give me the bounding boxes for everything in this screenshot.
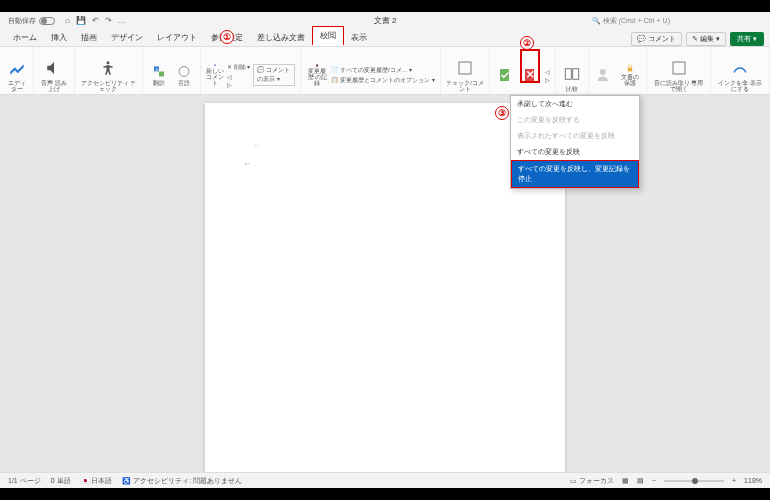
edit-button[interactable]: ✎ 編集 ▾ bbox=[686, 32, 726, 46]
titlebar: 自動保存 ⌂ 💾 ↶ ↷ … 文書 2 🔍 検索 (Cmd + Ctrl + U… bbox=[0, 12, 770, 29]
svg-rect-6 bbox=[566, 69, 572, 80]
autosave-toggle[interactable]: 自動保存 bbox=[8, 16, 55, 26]
accept-button[interactable] bbox=[495, 64, 517, 86]
show-comments-button[interactable]: 💬 コメントの表示 ▾ bbox=[253, 64, 295, 86]
accept-dropdown-menu: 承諾して次へ進む この変更を反映する 表示されたすべての変更を反映 すべての変更… bbox=[510, 95, 640, 189]
zoom-in[interactable]: + bbox=[732, 477, 736, 484]
page-count[interactable]: 1/1 ページ bbox=[8, 476, 41, 486]
search-box[interactable]: 🔍 検索 (Cmd + Ctrl + U) bbox=[592, 16, 670, 26]
statusbar: 1/1 ページ 0 単語 🇯🇵 日本語 ♿ アクセシビリティ: 問題ありません … bbox=[0, 472, 770, 488]
accept-next[interactable]: 承諾して次へ進む bbox=[511, 96, 639, 112]
save-icon[interactable]: 💾 bbox=[76, 16, 86, 25]
accessibility-button[interactable] bbox=[97, 57, 119, 79]
tab-home[interactable]: ホーム bbox=[6, 29, 44, 46]
zoom-slider[interactable] bbox=[664, 480, 724, 482]
svg-rect-10 bbox=[673, 62, 685, 74]
tab-design[interactable]: デザイン bbox=[104, 29, 150, 46]
redo-icon[interactable]: ↷ bbox=[105, 16, 112, 25]
ribbon-tabs: ホーム 挿入 描画 デザイン レイアウト 参照設定 差し込み文書 校閲 表示 💬… bbox=[0, 29, 770, 47]
accept-dropdown-highlight bbox=[520, 49, 540, 83]
markup-options[interactable]: 📋 変更履歴とコメントのオプション ▾ bbox=[331, 76, 434, 85]
accept-shown: 表示されたすべての変更を反映 bbox=[511, 128, 639, 144]
delete-comment[interactable]: ✕ 削除 ▾ bbox=[227, 63, 250, 72]
open-readonly-button[interactable] bbox=[668, 57, 690, 79]
editor-button[interactable] bbox=[6, 57, 28, 79]
zoom-level[interactable]: 118% bbox=[744, 477, 762, 484]
svg-rect-9 bbox=[628, 68, 632, 72]
prev-comment[interactable]: ◁ bbox=[227, 73, 250, 80]
callout-3: ③ bbox=[495, 106, 509, 120]
next-comment[interactable]: ▷ bbox=[227, 81, 250, 88]
focus-mode[interactable]: ▭ フォーカス bbox=[570, 476, 614, 486]
tab-mailings[interactable]: 差し込み文書 bbox=[250, 29, 312, 46]
svg-rect-7 bbox=[573, 69, 579, 80]
markup-display[interactable]: 📄 すべての変更履歴/コメ… ▾ bbox=[331, 66, 434, 75]
svg-point-4 bbox=[179, 66, 189, 76]
tab-view[interactable]: 表示 bbox=[344, 29, 374, 46]
autosave-label: 自動保存 bbox=[8, 16, 36, 26]
callout-1: ① bbox=[220, 30, 234, 44]
svg-point-0 bbox=[107, 61, 110, 64]
next-change[interactable]: ▷ bbox=[545, 76, 550, 83]
track-changes-button[interactable]: 変更履歴 の記録 bbox=[306, 64, 328, 86]
read-aloud-button[interactable] bbox=[43, 57, 65, 79]
quick-access-toolbar: ⌂ 💾 ↶ ↷ … bbox=[65, 16, 126, 25]
home-icon[interactable]: ⌂ bbox=[65, 16, 70, 25]
document-area: ¨ ⌐ ¬ bbox=[0, 95, 770, 472]
view-print[interactable]: ▦ bbox=[622, 477, 629, 485]
tab-draw[interactable]: 描画 bbox=[74, 29, 104, 46]
reviewing-pane-button[interactable] bbox=[454, 57, 476, 79]
callout-2: ② bbox=[520, 36, 534, 50]
accept-this: この変更を反映する bbox=[511, 112, 639, 128]
share-button[interactable]: 共有 ▾ bbox=[730, 32, 764, 46]
prev-change[interactable]: ◁ bbox=[545, 68, 550, 75]
toggle-switch[interactable] bbox=[39, 17, 55, 25]
comments-button[interactable]: 💬 コメント bbox=[631, 32, 682, 46]
view-web[interactable]: ▤ bbox=[637, 477, 644, 485]
hide-ink-button[interactable] bbox=[729, 57, 751, 79]
accept-all-stop[interactable]: すべての変更を反映し、変更記録を停止 bbox=[511, 160, 639, 188]
compare-button[interactable] bbox=[561, 63, 583, 85]
undo-icon[interactable]: ↶ bbox=[92, 16, 99, 25]
svg-rect-2 bbox=[159, 71, 164, 76]
tab-insert[interactable]: 挿入 bbox=[44, 29, 74, 46]
protect-button[interactable]: 文書の 保護 bbox=[619, 64, 641, 86]
tab-review[interactable]: 校閲 bbox=[312, 26, 344, 46]
translate-button[interactable]: あ翻訳 bbox=[148, 64, 170, 86]
accept-all[interactable]: すべての変更を反映 bbox=[511, 144, 639, 160]
ribbon: エディター 音声 読み上げ アクセシビリティ チェック あ翻訳 言語 新しい コ… bbox=[0, 47, 770, 95]
tab-layout[interactable]: レイアウト bbox=[150, 29, 204, 46]
svg-point-8 bbox=[600, 69, 606, 75]
language-status[interactable]: 🇯🇵 日本語 bbox=[81, 476, 113, 486]
document-title: 文書 2 bbox=[374, 15, 397, 26]
zoom-out[interactable]: − bbox=[652, 477, 656, 484]
language-button[interactable]: 言語 bbox=[173, 64, 195, 86]
a11y-status[interactable]: ♿ アクセシビリティ: 問題ありません bbox=[122, 476, 242, 486]
svg-rect-5 bbox=[459, 62, 471, 74]
new-comment-button[interactable]: 新しい コメント bbox=[206, 64, 224, 86]
block-authors-button[interactable] bbox=[594, 64, 616, 86]
word-count[interactable]: 0 単語 bbox=[51, 476, 71, 486]
more-icon[interactable]: … bbox=[118, 16, 126, 25]
svg-text:あ: あ bbox=[155, 67, 159, 72]
